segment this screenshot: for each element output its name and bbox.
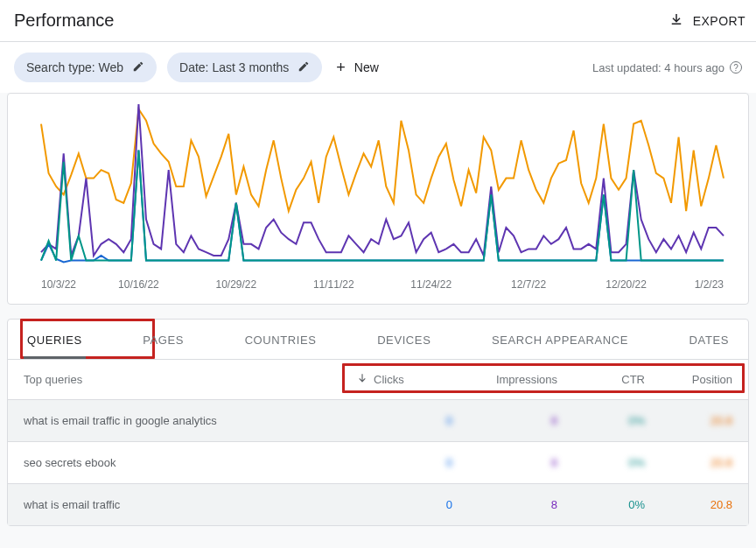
svg-text:10/3/22: 10/3/22 — [41, 278, 76, 291]
column-clicks[interactable]: Clicks — [356, 372, 452, 387]
tab-search-appearance[interactable]: SEARCH APPEARANCE — [483, 320, 637, 359]
svg-text:11/24/22: 11/24/22 — [410, 278, 452, 291]
ctr-cell: 0% — [557, 456, 645, 469]
svg-text:12/7/22: 12/7/22 — [511, 278, 546, 291]
page-title: Performance — [14, 11, 115, 31]
clicks-cell: 0 — [356, 456, 452, 469]
column-headers: Top queries Clicks Impressions CTR Posit… — [8, 360, 748, 399]
filter-chip-date[interactable]: Date: Last 3 months — [167, 53, 322, 82]
column-clicks-label: Clicks — [374, 373, 404, 386]
query-cell: what is email traffic — [24, 498, 356, 511]
column-impressions[interactable]: Impressions — [452, 373, 557, 386]
svg-text:10/29/22: 10/29/22 — [215, 278, 256, 291]
impressions-cell: 8 — [452, 498, 557, 511]
table-card: QUERIESPAGESCOUNTRIESDEVICESSEARCH APPEA… — [7, 319, 749, 526]
svg-text:10/16/22: 10/16/22 — [118, 278, 159, 291]
filter-chip-search-type[interactable]: Search type: Web — [14, 53, 157, 82]
download-icon — [668, 11, 684, 31]
ctr-cell: 0% — [557, 414, 645, 427]
column-position[interactable]: Position — [645, 373, 732, 386]
pencil-icon — [298, 60, 310, 75]
tab-countries[interactable]: COUNTRIES — [236, 320, 326, 359]
svg-text:12/20/22: 12/20/22 — [606, 278, 647, 291]
table-row[interactable]: what is email traffic in google analytic… — [8, 399, 748, 441]
tab-dates[interactable]: DATES — [681, 320, 738, 359]
table-rows: what is email traffic in google analytic… — [8, 399, 748, 525]
impressions-cell: 8 — [452, 414, 557, 427]
svg-text:11/11/22: 11/11/22 — [313, 278, 354, 291]
page-header: Performance EXPORT — [0, 0, 756, 42]
help-icon[interactable]: ? — [730, 61, 742, 74]
last-updated: Last updated: 4 hours ago ? — [592, 61, 742, 74]
table-row[interactable]: what is email traffic080%20.8 — [8, 483, 748, 525]
add-filter-button[interactable]: + New — [332, 60, 382, 75]
add-filter-label: New — [354, 60, 379, 74]
export-button[interactable]: EXPORT — [668, 11, 746, 31]
impressions-cell: 8 — [452, 456, 557, 469]
ctr-cell: 0% — [557, 498, 645, 511]
query-cell: what is email traffic in google analytic… — [24, 414, 356, 427]
column-top-queries: Top queries — [24, 373, 356, 386]
position-cell: 20.8 — [645, 414, 732, 427]
clicks-cell: 0 — [356, 498, 452, 511]
last-updated-text: Last updated: 4 hours ago — [592, 61, 724, 74]
tab-pages[interactable]: PAGES — [134, 320, 192, 359]
export-label: EXPORT — [693, 14, 746, 28]
dimension-tabs: QUERIESPAGESCOUNTRIESDEVICESSEARCH APPEA… — [8, 320, 748, 360]
arrow-down-icon — [356, 372, 368, 387]
pencil-icon — [132, 60, 144, 75]
position-cell: 20.8 — [645, 456, 732, 469]
performance-chart: 10/3/2210/16/2210/29/2211/11/2211/24/221… — [24, 99, 732, 295]
tab-queries[interactable]: QUERIES — [18, 320, 91, 359]
chart-card: 10/3/2210/16/2210/29/2211/11/2211/24/221… — [7, 93, 749, 305]
filter-bar: Search type: Web Date: Last 3 months + N… — [0, 42, 756, 93]
filter-chip-label: Date: Last 3 months — [179, 60, 289, 74]
tab-devices[interactable]: DEVICES — [368, 320, 439, 359]
plus-icon: + — [336, 60, 346, 75]
table-row[interactable]: seo secrets ebook080%20.8 — [8, 441, 748, 483]
position-cell: 20.8 — [645, 498, 732, 511]
column-ctr[interactable]: CTR — [557, 373, 645, 386]
clicks-cell: 0 — [356, 414, 452, 427]
filter-chip-label: Search type: Web — [26, 60, 123, 74]
query-cell: seo secrets ebook — [24, 456, 356, 469]
svg-text:1/2/23: 1/2/23 — [695, 278, 724, 291]
